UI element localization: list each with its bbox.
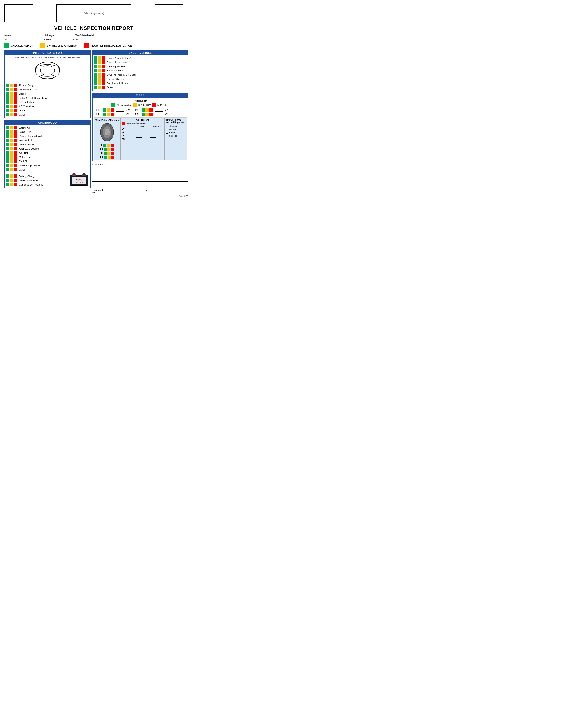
rr-red[interactable] [149, 113, 153, 116]
rr-yellow[interactable] [145, 113, 149, 116]
rr-reading[interactable] [155, 113, 163, 116]
uh-green-2[interactable] [6, 134, 9, 138]
ie-yellow-1[interactable] [10, 88, 13, 91]
lr-wear-yellow[interactable] [107, 152, 110, 155]
tc-checkbox-2[interactable] [166, 131, 168, 134]
rr-green[interactable] [141, 113, 145, 116]
ie-red-1[interactable] [14, 88, 17, 91]
uh-yellow-6[interactable] [10, 151, 13, 155]
tc-checkbox-1[interactable] [166, 128, 168, 130]
name-input[interactable] [12, 34, 43, 37]
uv-yellow-1[interactable] [98, 60, 101, 64]
ie-other-line[interactable] [26, 113, 89, 116]
uv-red-6[interactable] [102, 81, 105, 85]
ie-yellow-3[interactable] [10, 96, 13, 100]
uh-green-5[interactable] [6, 147, 9, 150]
lr-before[interactable] [135, 135, 142, 138]
lr-yellow[interactable] [107, 113, 110, 116]
uh-green-8[interactable] [6, 159, 9, 163]
uv-green-0[interactable] [94, 56, 97, 60]
ie-green-4[interactable] [6, 100, 9, 104]
uv-green-5[interactable] [94, 77, 97, 81]
uh-yellow-3[interactable] [10, 139, 13, 142]
uh-yellow-0[interactable] [10, 126, 13, 129]
uv-red-2[interactable] [102, 65, 105, 68]
uh-green-6[interactable] [6, 151, 9, 155]
ie-yellow-6[interactable] [10, 109, 13, 112]
uv-yellow-0[interactable] [98, 56, 101, 60]
uv-yellow-7[interactable] [98, 86, 101, 89]
uh-red-4[interactable] [14, 143, 17, 146]
uv-green-4[interactable] [94, 73, 97, 77]
uh-red-2[interactable] [14, 134, 17, 138]
ie-red-0[interactable] [14, 84, 17, 87]
uh-green-9[interactable] [6, 164, 9, 167]
ie-green-2[interactable] [6, 92, 9, 96]
uh-red-10[interactable] [14, 168, 17, 171]
uh-red-5[interactable] [14, 147, 17, 150]
rr-wear-yellow[interactable] [107, 156, 111, 159]
comments-line-2[interactable] [92, 167, 188, 171]
ie-red-7[interactable] [14, 113, 17, 116]
rf-oemspec[interactable] [150, 131, 156, 134]
uh-yellow-8[interactable] [10, 159, 13, 163]
uh-green-3[interactable] [6, 139, 9, 142]
uv-yellow-2[interactable] [98, 65, 101, 68]
uh-yellow-9[interactable] [10, 164, 13, 167]
ie-yellow-4[interactable] [10, 100, 13, 104]
uh-red-3[interactable] [14, 139, 17, 142]
rr-wear-green[interactable] [104, 156, 107, 159]
uv-other-line[interactable] [114, 86, 186, 89]
uh-red-0[interactable] [14, 126, 17, 129]
uv-yellow-5[interactable] [98, 77, 101, 81]
uh-other-line[interactable] [26, 168, 89, 171]
bat-red-1[interactable] [14, 179, 17, 182]
lf-yellow[interactable] [107, 108, 110, 112]
uv-red-4[interactable] [102, 73, 105, 77]
lr-wear-green[interactable] [103, 152, 107, 155]
ie-red-5[interactable] [14, 105, 17, 108]
mileage-input[interactable] [55, 34, 73, 37]
lf-before[interactable] [135, 128, 142, 131]
ie-yellow-0[interactable] [10, 84, 13, 87]
tc-checkbox-3[interactable] [166, 135, 168, 137]
bat-yellow-1[interactable] [10, 179, 13, 182]
comments-line-5[interactable] [92, 183, 188, 187]
uv-green-2[interactable] [94, 65, 97, 68]
uh-red-8[interactable] [14, 159, 17, 163]
lf-red[interactable] [111, 108, 114, 112]
rf-wear-red[interactable] [111, 148, 114, 151]
email-input[interactable] [80, 38, 124, 41]
ie-red-2[interactable] [14, 92, 17, 96]
comments-line-3[interactable] [92, 173, 188, 176]
bat-red-0[interactable] [14, 174, 17, 178]
uh-yellow-5[interactable] [10, 147, 13, 150]
lf-wear-yellow[interactable] [107, 144, 110, 147]
vin-input[interactable] [10, 38, 41, 41]
uh-red-6[interactable] [14, 151, 17, 155]
comments-line-1[interactable] [106, 163, 188, 166]
bat-green-1[interactable] [6, 179, 9, 182]
uv-red-1[interactable] [102, 60, 105, 64]
bat-yellow-0[interactable] [10, 174, 13, 178]
ie-green-5[interactable] [6, 105, 9, 108]
uv-red-0[interactable] [102, 56, 105, 60]
rf-red[interactable] [149, 108, 153, 112]
uv-green-3[interactable] [94, 69, 97, 72]
ie-yellow-5[interactable] [10, 105, 13, 108]
year-input[interactable] [95, 34, 139, 37]
rf-yellow[interactable] [145, 108, 149, 112]
uh-red-1[interactable] [14, 130, 17, 134]
lf-reading[interactable] [116, 109, 124, 112]
lf-wear-red[interactable] [111, 144, 114, 147]
lr-reading[interactable] [116, 113, 124, 116]
lr-red[interactable] [111, 113, 114, 116]
uv-green-1[interactable] [94, 60, 97, 64]
rr-wear-red[interactable] [111, 156, 114, 159]
ie-green-0[interactable] [6, 84, 9, 87]
uh-red-9[interactable] [14, 164, 17, 167]
uh-red-7[interactable] [14, 155, 17, 159]
ie-yellow-7[interactable] [10, 113, 13, 116]
uh-yellow-7[interactable] [10, 155, 13, 159]
lr-oemspec[interactable] [150, 135, 156, 138]
